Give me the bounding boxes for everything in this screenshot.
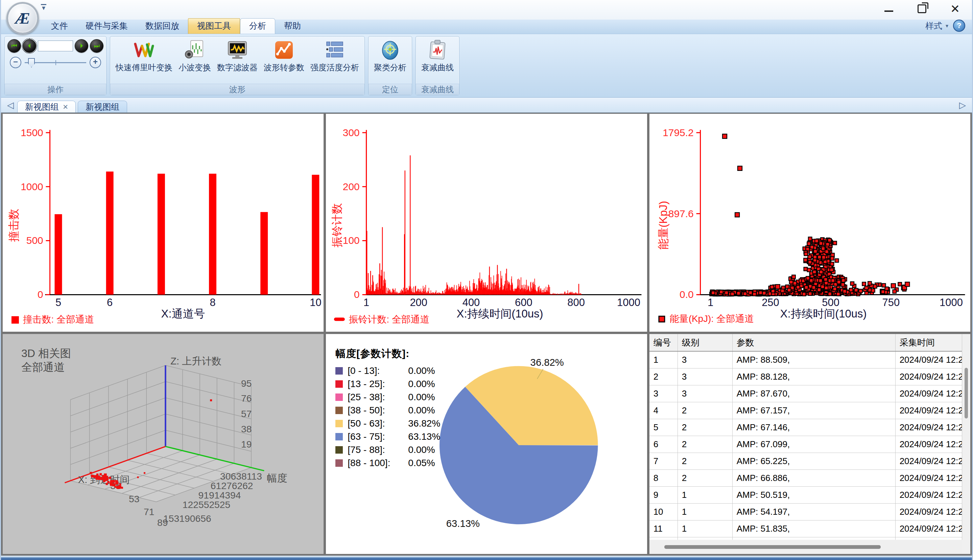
help-icon[interactable]: ? [953, 20, 965, 32]
cluster-analysis-button[interactable]: 聚类分析 [371, 38, 409, 73]
digital-filter-button[interactable]: 数字滤波器 [214, 38, 260, 73]
style-button[interactable]: 样式▾ [925, 20, 948, 32]
attenuation-curve-icon [427, 39, 448, 61]
svg-text:1000: 1000 [940, 297, 963, 308]
view-group-tab-active[interactable]: 新视图组 × [17, 101, 76, 112]
legend-item: [75 - 88]:0.00% [335, 445, 440, 455]
ring-count-chart-canvas: 010020030012004006008001000X:持续时间(10us)振… [326, 114, 647, 332]
table-cell: 2024/09/24 12:2 [896, 453, 962, 470]
table-row[interactable]: 91AMP: 50.519,2024/09/24 12:2 [649, 487, 962, 503]
fft-button[interactable]: 快速傅里叶变换 [113, 38, 175, 73]
pie-legend: 幅度[参数计数]:[0 - 13]:0.00%[13 - 25]:0.00%[2… [335, 347, 440, 471]
zoom-out-button[interactable]: − [10, 57, 21, 68]
table-vertical-scrollbar[interactable] [962, 334, 970, 554]
table-cell: AMP: 88.509, [732, 352, 896, 368]
legend-swatch [335, 420, 343, 427]
ribbon-group-label: 操作 [5, 84, 106, 95]
wavelet-button[interactable]: 小波变换 [176, 38, 214, 73]
panel-amplitude-pie: 幅度[参数计数]:[0 - 13]:0.00%[13 - 25]:0.00%[2… [326, 334, 647, 554]
table-cell: 8 [649, 470, 678, 487]
table-cell: AMP: 65.225, [732, 453, 896, 470]
table-cell: 3 [678, 368, 732, 385]
svg-text:Z: 上升计数: Z: 上升计数 [171, 355, 221, 367]
table-horizontal-scrollbar[interactable] [649, 540, 962, 554]
table-cell: 2 [678, 436, 732, 453]
slider-center-tick [55, 60, 56, 65]
menu-tab-help[interactable]: 帮助 [275, 18, 310, 34]
table-header-row: 编号级别参数采集时间 [649, 334, 962, 352]
table-row[interactable]: 23AMP: 88.128,2024/09/24 12:2 [649, 368, 962, 385]
play-button[interactable]: ⏵ [75, 39, 88, 53]
button-label: 聚类分析 [374, 62, 406, 73]
skip-end-icon: ⏭ [94, 42, 99, 50]
intensity-activity-button[interactable]: 强度活度分析 [308, 38, 362, 73]
zoom-in-button[interactable]: + [90, 57, 101, 68]
attenuation-curve-button[interactable]: 衰减曲线 [418, 38, 456, 73]
legend-swatch [335, 367, 343, 375]
app-window: Æ ▾ ✕ 文件 硬件与采集 数据回放 视图工具 分析 帮助 样式▾ ? ⏮ ⏴ [0, 0, 973, 560]
table-cell: 6 [649, 436, 678, 453]
table-row[interactable]: 72AMP: 65.225,2024/09/24 12:2 [649, 453, 962, 470]
skip-end-button[interactable]: ⏭ [90, 39, 104, 53]
view-group-tab-inactive[interactable]: 新视图组 [78, 101, 127, 112]
button-label: 波形转参数 [264, 62, 304, 73]
menu-tab-data-playback[interactable]: 数据回放 [137, 18, 188, 34]
column-header: 采集时间 [896, 334, 962, 351]
skip-start-button[interactable]: ⏮ [7, 39, 21, 53]
fft-icon [133, 39, 155, 61]
table-row[interactable]: 13AMP: 88.509,2024/09/24 12:2 [649, 352, 962, 368]
wave-to-param-button[interactable]: 波形转参数 [261, 38, 307, 73]
svg-text:幅度: 幅度 [267, 473, 288, 484]
svg-text:300: 300 [343, 127, 360, 138]
svg-text:5: 5 [55, 297, 61, 308]
status-strip [1, 556, 972, 560]
svg-text:76: 76 [241, 393, 252, 403]
restore-button[interactable] [915, 3, 929, 15]
step-back-button[interactable]: ⏴ [23, 39, 36, 53]
tab-close-icon[interactable]: × [63, 102, 68, 112]
table-cell: 1 [678, 520, 732, 537]
button-label: 数字滤波器 [217, 62, 257, 73]
svg-text:897.6: 897.6 [668, 208, 694, 219]
table-cell: 2024/09/24 12:2 [896, 503, 962, 520]
svg-text:63.13%: 63.13% [446, 518, 480, 529]
menu-tab-analysis[interactable]: 分析 [240, 18, 275, 34]
playback-slider[interactable] [25, 57, 86, 68]
table-cell: 2024/09/24 12:2 [896, 436, 962, 453]
svg-text:0: 0 [354, 289, 360, 300]
table-row[interactable]: 62AMP: 67.099,2024/09/24 12:2 [649, 436, 962, 453]
position-input[interactable] [38, 40, 73, 51]
column-header: 级别 [678, 334, 732, 351]
tab-scroll-left-icon[interactable]: ◁ [6, 100, 15, 112]
menu-tab-file[interactable]: 文件 [42, 18, 77, 34]
vertical-scroll-thumb[interactable] [965, 368, 968, 418]
svg-text:800: 800 [568, 297, 585, 308]
table-row[interactable]: 42AMP: 67.157,2024/09/24 12:2 [649, 402, 962, 419]
close-button[interactable]: ✕ [948, 3, 962, 15]
horizontal-scroll-thumb[interactable] [664, 545, 881, 549]
quick-access-customize-icon[interactable]: ▾ [41, 4, 46, 10]
table-cell: AMP: 54.197, [732, 503, 896, 520]
minimize-button[interactable] [882, 3, 896, 15]
table-row[interactable]: 111AMP: 51.835,2024/09/24 12:2 [649, 520, 962, 537]
ribbon-group-label: 衰减曲线 [416, 84, 459, 95]
table-row[interactable]: 33AMP: 87.670,2024/09/24 12:2 [649, 385, 962, 402]
ribbon-group-location: 聚类分析 定位 [368, 36, 412, 95]
table-cell: 9 [649, 487, 678, 503]
menu-tab-hardware-acquisition[interactable]: 硬件与采集 [77, 18, 137, 34]
energy-scatter-canvas: 0.0897.61795.212505007501000X:持续时间(10us)… [649, 114, 970, 332]
hits-bar-chart-canvas: 05001000150056810X:通道号撞击数: 全部通道撞击数 [3, 114, 324, 332]
menu-tab-view-tools[interactable]: 视图工具 [188, 18, 240, 34]
app-logo[interactable]: Æ [7, 2, 39, 35]
table-row[interactable]: 101AMP: 54.197,2024/09/24 12:2 [649, 503, 962, 520]
tab-scroll-right-icon[interactable]: ▷ [958, 100, 967, 112]
legend-item: [88 - 100]:0.05% [335, 458, 440, 468]
table-cell: 7 [649, 453, 678, 470]
svg-text:撞击数: 全部通道: 撞击数: 全部通道 [23, 314, 94, 325]
button-label: 快速傅里叶变换 [115, 62, 172, 73]
table-row[interactable]: 82AMP: 66.886,2024/09/24 12:2 [649, 470, 962, 487]
table-row[interactable]: 52AMP: 67.146,2024/09/24 12:2 [649, 419, 962, 436]
slider-thumb[interactable] [28, 58, 35, 68]
svg-text:250: 250 [762, 297, 779, 308]
svg-text:振铃计数: 全部通道: 振铃计数: 全部通道 [349, 314, 430, 325]
